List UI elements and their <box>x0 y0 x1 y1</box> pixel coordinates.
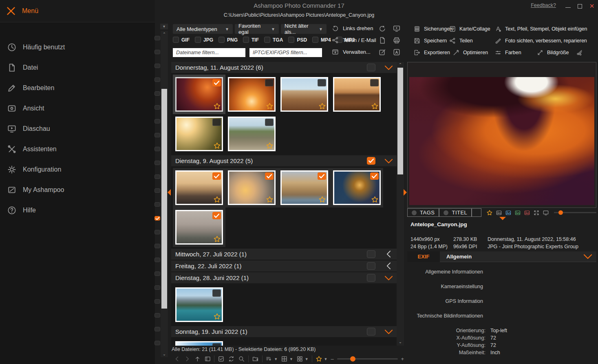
search-icon[interactable] <box>238 355 245 363</box>
sidebar-item-konfiguration[interactable]: Konfiguration <box>0 159 155 180</box>
zoom-in-button[interactable]: + <box>401 356 404 362</box>
file-select-checkbox[interactable] <box>154 327 160 331</box>
photo-thumbnail-antelope-canyon[interactable] <box>175 77 223 112</box>
exif-section-gps-information[interactable]: GPS Information <box>407 298 596 304</box>
format-checkbox-jpg[interactable]: JPG <box>195 37 213 43</box>
favorite-star-icon[interactable] <box>318 196 326 203</box>
group-checkbox[interactable] <box>367 250 375 258</box>
file-select-checkbox[interactable] <box>154 119 160 124</box>
grid-view-caret[interactable]: ▼ <box>289 357 293 361</box>
favorite-star-icon[interactable] <box>371 196 379 203</box>
select-all-icon[interactable] <box>218 355 225 363</box>
file-select-checkbox[interactable] <box>154 91 160 96</box>
printer-button[interactable] <box>393 36 401 44</box>
photo-thumbnail-milan-cathedral[interactable] <box>228 170 276 205</box>
rating-red-icon[interactable] <box>524 209 530 216</box>
group-checkbox[interactable] <box>367 262 375 270</box>
menu-close-icon[interactable] <box>6 6 16 16</box>
group-header[interactable]: Donnerstag, 11. August 2022 (6) <box>171 62 397 73</box>
scroll-up-icon[interactable]: ⌃ <box>161 32 168 36</box>
tab-allgemein[interactable]: Allgemein <box>446 251 472 262</box>
speichern-button[interactable]: Speichern <box>413 37 447 44</box>
format-checkbox-gif[interactable]: GIF <box>173 37 190 43</box>
photo-checkbox[interactable] <box>212 172 221 180</box>
format-checkbox-tga[interactable]: TGA <box>264 37 283 43</box>
links-drehen-button[interactable]: Links drehen <box>331 24 373 32</box>
file-select-checkbox[interactable] <box>154 341 160 345</box>
scrollbar-thumb[interactable] <box>397 68 403 174</box>
sort-icon[interactable] <box>265 355 272 363</box>
favorite-star-icon[interactable] <box>213 142 221 150</box>
minimize-button[interactable] <box>565 4 571 8</box>
media-type-dropdown[interactable]: Alle Medientypen▼ <box>173 24 233 34</box>
sidebar-item-bearbeiten[interactable]: Bearbeiten <box>0 78 155 98</box>
photo-checkbox[interactable] <box>212 212 221 219</box>
group-checkbox[interactable] <box>367 64 375 71</box>
optimieren-button[interactable]: Optimieren <box>452 49 488 56</box>
photo-checkbox[interactable] <box>212 289 221 297</box>
photo-checkbox[interactable] <box>265 79 274 86</box>
parent-folder-icon[interactable] <box>194 355 201 363</box>
favorites-dropdown[interactable]: Favoriten egal▼ <box>235 24 279 34</box>
file-select-checkbox[interactable] <box>154 105 160 110</box>
file-select-checkbox[interactable] <box>154 50 160 54</box>
rating-gray-icon[interactable] <box>496 209 502 216</box>
photo-checkbox[interactable] <box>212 119 221 126</box>
sort-caret[interactable]: ▼ <box>274 357 278 361</box>
photo-checkbox[interactable] <box>265 172 274 180</box>
thumbnail-size-slider[interactable] <box>337 358 398 360</box>
sicherungen-button[interactable]: Sicherungen <box>413 25 452 33</box>
monitor-play-button[interactable] <box>393 24 401 33</box>
group-checkbox[interactable] <box>367 328 375 335</box>
crop-button[interactable] <box>576 49 583 56</box>
rotate-right-button[interactable] <box>378 24 386 33</box>
slider-knob[interactable] <box>558 210 563 215</box>
scroll-down-icon[interactable]: ⌄ <box>161 352 168 356</box>
rating-blue-icon[interactable] <box>505 209 512 216</box>
sidebar-item-h-ufig-benutzt[interactable]: Häufig benutzt <box>0 37 155 57</box>
favorite-filter-icon[interactable] <box>316 355 322 363</box>
photo-checkbox[interactable] <box>318 79 326 86</box>
file-select-checkbox[interactable] <box>154 230 160 234</box>
scroll-up-icon[interactable]: ⌃ <box>397 62 404 67</box>
photo-thumbnail-forest-camp[interactable] <box>228 117 276 151</box>
file-select-checkbox[interactable] <box>154 64 160 68</box>
maximize-button[interactable] <box>578 4 582 9</box>
new-folder-icon[interactable] <box>252 355 259 363</box>
panel-toggle-icon[interactable] <box>204 355 211 363</box>
exif-section-technische-bildinformationen[interactable]: Technische Bildinformationen <box>407 313 596 319</box>
new-file-button[interactable] <box>378 36 386 44</box>
photo-thumbnail-sandstone-arch[interactable] <box>228 77 276 112</box>
photo-thumbnail-cinque-terre-night[interactable] <box>333 170 381 205</box>
tab-exif[interactable]: EXIF <box>407 251 440 262</box>
format-checkbox-png[interactable]: PNG <box>218 37 238 43</box>
display-icon[interactable] <box>543 209 549 216</box>
sidebar-item-ansicht[interactable]: Ansicht <box>0 98 155 119</box>
favorite-star-icon[interactable] <box>213 235 221 243</box>
tags-button[interactable]: TAGS <box>407 208 439 217</box>
file-select-checkbox[interactable] <box>154 36 160 40</box>
strip-dropdown-button[interactable]: ▾ <box>160 24 168 29</box>
zoom-out-button[interactable]: – <box>331 356 333 362</box>
forward-icon[interactable] <box>184 355 191 363</box>
chevron-left-icon[interactable] <box>386 250 391 258</box>
tile-view-caret[interactable]: ▼ <box>305 357 309 361</box>
photo-thumbnail-florence-bridge[interactable] <box>280 170 328 205</box>
group-checkbox[interactable] <box>367 157 375 165</box>
collapse-right-panel-arrow[interactable] <box>404 189 407 196</box>
file-select-checkbox[interactable] <box>154 244 160 248</box>
favorite-star-icon[interactable] <box>213 313 221 320</box>
file-select-checkbox[interactable] <box>154 188 160 193</box>
favorite-star-icon[interactable] <box>371 102 379 110</box>
group-header[interactable]: Sonntag, 19. Juni 2022 (1) <box>171 326 397 337</box>
back-icon[interactable] <box>174 355 181 363</box>
photo-checkbox[interactable] <box>212 79 221 86</box>
file-select-checkbox[interactable] <box>154 77 160 82</box>
rating-green-icon[interactable] <box>514 209 521 216</box>
farben-button[interactable]: Farben <box>494 49 521 56</box>
file-select-checkbox[interactable] <box>154 285 160 290</box>
feedback-link[interactable]: Feedback? <box>531 2 556 8</box>
chevron-down-icon[interactable] <box>384 329 393 334</box>
file-select-checkbox[interactable] <box>154 133 160 137</box>
scrollbar-thumb[interactable] <box>161 89 167 309</box>
